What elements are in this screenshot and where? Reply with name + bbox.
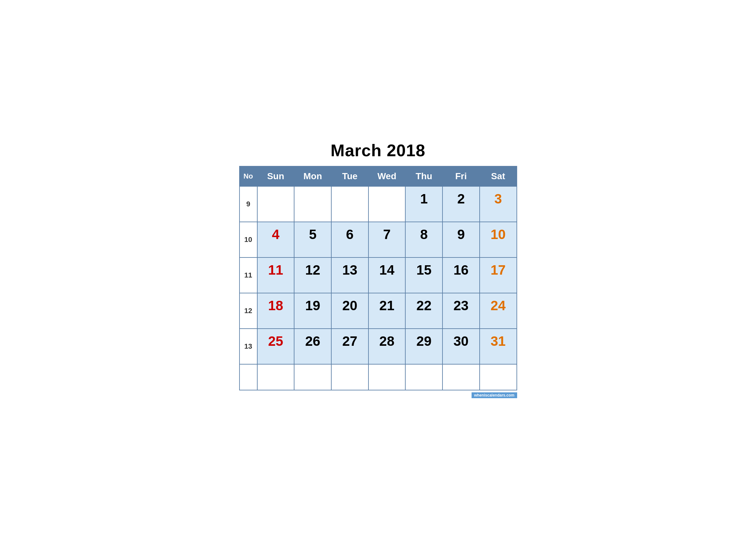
day-cell — [257, 364, 294, 390]
day-cell: 11 — [257, 258, 294, 293]
day-cell: 23 — [443, 293, 480, 329]
day-cell: 5 — [294, 222, 331, 258]
day-cell: 1 — [405, 186, 443, 222]
header-row: No Sun Mon Tue Wed Thu Fri Sat — [239, 166, 517, 186]
day-cell: 19 — [294, 293, 331, 329]
header-sat: Sat — [480, 166, 517, 186]
day-cell: 10 — [480, 222, 517, 258]
week-row: 1111121314151617 — [239, 258, 517, 293]
calendar-title: March 2018 — [239, 141, 517, 160]
calendar-table: No Sun Mon Tue Wed Thu Fri Sat 912310456… — [239, 166, 517, 390]
day-cell: 16 — [443, 258, 480, 293]
day-cell — [331, 364, 368, 390]
day-cell: 9 — [443, 222, 480, 258]
day-cell — [294, 186, 331, 222]
calendar-wrapper: March 2018 No Sun Mon Tue Wed Thu Fri Sa… — [233, 131, 524, 404]
day-cell — [294, 364, 331, 390]
day-cell: 31 — [480, 329, 517, 364]
week-row: 9123 — [239, 186, 517, 222]
week-number: 10 — [239, 222, 257, 258]
week-number: 9 — [239, 186, 257, 222]
day-cell: 17 — [480, 258, 517, 293]
day-cell — [405, 364, 443, 390]
day-cell: 29 — [405, 329, 443, 364]
day-cell — [443, 364, 480, 390]
day-cell: 21 — [368, 293, 406, 329]
header-wed: Wed — [368, 166, 406, 186]
day-cell — [257, 186, 294, 222]
header-thu: Thu — [405, 166, 443, 186]
day-cell: 27 — [331, 329, 368, 364]
day-cell — [368, 186, 406, 222]
week-number: 11 — [239, 258, 257, 293]
day-cell: 8 — [405, 222, 443, 258]
day-cell: 30 — [443, 329, 480, 364]
day-cell: 25 — [257, 329, 294, 364]
day-cell: 6 — [331, 222, 368, 258]
week-row: 1045678910 — [239, 222, 517, 258]
day-cell: 15 — [405, 258, 443, 293]
watermark-link: wheniscalendars.com — [472, 392, 517, 398]
week-number: 13 — [239, 329, 257, 364]
header-no: No — [239, 166, 257, 186]
day-cell: 7 — [368, 222, 406, 258]
day-cell: 26 — [294, 329, 331, 364]
header-sun: Sun — [257, 166, 294, 186]
week-number — [239, 364, 257, 390]
week-number: 12 — [239, 293, 257, 329]
day-cell: 2 — [443, 186, 480, 222]
header-fri: Fri — [443, 166, 480, 186]
day-cell: 3 — [480, 186, 517, 222]
day-cell — [368, 364, 406, 390]
watermark: wheniscalendars.com — [239, 393, 517, 398]
day-cell — [331, 186, 368, 222]
day-cell: 22 — [405, 293, 443, 329]
day-cell — [480, 364, 517, 390]
day-cell: 28 — [368, 329, 406, 364]
header-mon: Mon — [294, 166, 331, 186]
day-cell: 18 — [257, 293, 294, 329]
day-cell: 4 — [257, 222, 294, 258]
day-cell: 24 — [480, 293, 517, 329]
week-row: 1218192021222324 — [239, 293, 517, 329]
day-cell: 13 — [331, 258, 368, 293]
day-cell: 12 — [294, 258, 331, 293]
week-row: 1325262728293031 — [239, 329, 517, 364]
calendar-body: 9123104567891011111213141516171218192021… — [239, 186, 517, 390]
day-cell: 20 — [331, 293, 368, 329]
header-tue: Tue — [331, 166, 368, 186]
day-cell: 14 — [368, 258, 406, 293]
week-row — [239, 364, 517, 390]
